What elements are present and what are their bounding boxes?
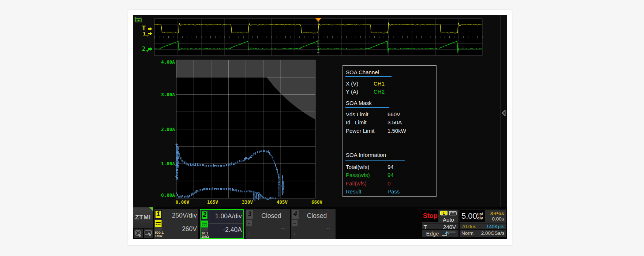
touchpad-tool-button[interactable] — [144, 229, 153, 238]
svg-text:4.00A: 4.00A — [161, 59, 175, 65]
rising-edge-icon — [441, 231, 457, 237]
divider — [162, 223, 198, 223]
channel-sub: -:- — [292, 231, 297, 236]
channel-offset: -2.40A — [223, 226, 242, 234]
info-row-value: Pass — [387, 188, 400, 195]
soa-xy-plot[interactable]: 0.00A1.00A2.00A3.00A4.00A0.00V165V330V49… — [155, 57, 327, 211]
timebase-unit-line1: us/ — [477, 212, 483, 216]
info-row-value: 660V — [387, 111, 400, 117]
info-section-underline — [345, 107, 389, 108]
info-row-value: 94 — [387, 164, 394, 170]
touchpad-icon — [144, 229, 153, 238]
svg-text:2.00A: 2.00A — [161, 127, 175, 132]
soa-info-box: SOA ChannelX (V)CH1Y (A)CH2SOA MaskVds L… — [342, 65, 437, 197]
channel-state: Closed — [253, 212, 290, 220]
scope-screenshot-card: T12 0.00A1.00A2.00A3.00A4.00A0.00V165V33… — [128, 9, 512, 245]
knob-tool-button[interactable] — [134, 229, 143, 238]
info-row-label: Pass(wfs) — [346, 172, 370, 178]
probe-ratio: 10:1 1MΩ — [201, 231, 209, 238]
channel-sub: -:- — [247, 231, 251, 236]
svg-text:1.00A: 1.00A — [161, 161, 175, 166]
page: T12 0.00A1.00A2.00A3.00A4.00A0.00V165V33… — [0, 0, 644, 256]
info-row-value: 94 — [387, 172, 394, 178]
svg-text:660V: 660V — [311, 199, 323, 205]
channel-number-badge: 4 — [292, 210, 299, 219]
channel-state: Closed — [299, 212, 336, 220]
info-row-label: Result — [346, 188, 362, 195]
xpos-value: 0.00s — [492, 216, 504, 222]
trigger-type: Edge — [426, 230, 439, 237]
divider — [422, 223, 459, 223]
channel-4-block[interactable]: 4 – Closed -- -:- — [291, 209, 336, 239]
memory-depth: 140Kpts — [486, 224, 505, 229]
info-row-value: 0 — [387, 180, 390, 187]
info-row-label: Fail(wfs) — [346, 180, 367, 187]
oscilloscope-screen: T12 0.00A1.00A2.00A3.00A4.00A0.00V165V33… — [133, 15, 507, 239]
divider — [460, 223, 506, 223]
info-row-value: CH1 — [374, 80, 385, 87]
channel-value: -- — [281, 226, 285, 231]
acquire-mode: Norm — [461, 230, 473, 236]
brand-logo[interactable]: ZTMI — [133, 207, 153, 228]
timebase-scale-box: 5.00 us/ div — [460, 210, 485, 222]
info-row-label: Power Limit — [346, 128, 374, 134]
knob-icon — [134, 229, 143, 238]
side-menu-collapse-arrow[interactable] — [501, 110, 506, 116]
timebase-status-group[interactable]: 5.00 us/ div X-Pos 0.00s 70.0us 140Kpts … — [460, 210, 506, 237]
bottom-status-bar: ZTMI 1 — [133, 207, 507, 239]
channel-dash-badge: – — [292, 220, 297, 226]
info-section-title: SOA Mask — [346, 100, 372, 106]
info-row-label: Vds Limit — [346, 111, 368, 117]
svg-text:165V: 165V — [207, 199, 218, 205]
info-row-label: Y (A) — [346, 89, 358, 95]
acquisition-state-box[interactable]: Stop — [422, 210, 438, 222]
channel-1-block[interactable]: 1 250V/div 260V 500:1 1MΩ — [154, 209, 198, 239]
info-row-value: CH2 — [374, 89, 385, 95]
info-row-label: X (V) — [346, 80, 358, 87]
svg-text:3.00A: 3.00A — [161, 92, 175, 97]
dc-coupling-icon — [201, 221, 208, 227]
trigger-sweep-mode: Auto — [439, 217, 458, 223]
bus-icon — [449, 211, 457, 215]
svg-text:495V: 495V — [277, 199, 288, 205]
sample-rate: 2.00GSa/s — [481, 230, 505, 236]
channel-scale: 1.00A/div — [215, 212, 242, 220]
channel-dash-badge: – — [246, 220, 252, 226]
trigger-source: 1 — [443, 211, 445, 215]
divider — [460, 229, 506, 230]
info-row-value: 1.50kW — [387, 128, 406, 134]
divider — [422, 229, 459, 230]
divider — [254, 223, 289, 223]
probe-ratio: 500:1 1MΩ — [155, 231, 164, 238]
channel-scale: 250V/div — [172, 212, 197, 219]
channel-2-block[interactable]: 2 1.00A/div -2.40A 10:1 1MΩ — [200, 209, 244, 239]
brand-corner-flag — [149, 207, 153, 211]
channel-value: -- — [327, 226, 331, 231]
svg-text:0.00A: 0.00A — [161, 192, 175, 198]
trigger-status-group[interactable]: Stop 1 Auto T 240V Edge — [422, 210, 459, 237]
channel-number-badge: 2 — [201, 211, 208, 220]
svg-text:1: 1 — [143, 31, 146, 37]
channel-3-block[interactable]: 3 – Closed -- -:- — [246, 209, 290, 239]
info-section-title: SOA Channel — [346, 69, 379, 75]
info-section-title: SOA Information — [346, 152, 386, 158]
info-section-underline — [345, 76, 392, 77]
divider — [299, 223, 335, 223]
timebase-unit-line2: div — [477, 216, 483, 220]
acquisition-state: Stop — [423, 212, 438, 220]
timebase-scale: 5.00 — [461, 211, 477, 221]
info-row-label: Total(wfs) — [346, 164, 369, 170]
info-section-underline — [345, 160, 405, 161]
capture-window: 70.0us — [461, 224, 476, 229]
dc-coupling-icon — [155, 220, 162, 227]
xpos-label: X-Pos — [490, 211, 504, 216]
divider — [209, 223, 243, 224]
svg-text:330V: 330V — [242, 199, 253, 205]
trigger-source-badge: 1 — [440, 211, 448, 215]
info-row-label: Id Limit — [346, 119, 367, 125]
channel-offset: 260V — [182, 225, 197, 233]
channel-number-badge: 1 — [155, 210, 162, 219]
side-menu-divider — [500, 15, 501, 207]
channel-number-badge: 3 — [246, 210, 253, 219]
info-row-value: 3.50A — [387, 119, 402, 125]
